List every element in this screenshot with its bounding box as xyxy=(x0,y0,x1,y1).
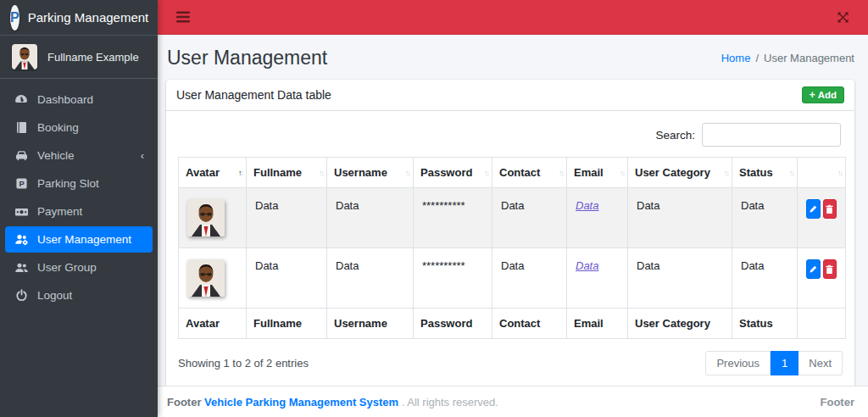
sidebar-item-user-group[interactable]: User Group xyxy=(5,254,153,281)
sort-icon: ↑↓ xyxy=(238,169,242,177)
app-logo-icon: P xyxy=(10,5,19,31)
users-icon xyxy=(14,262,29,274)
sidebar-item-dashboard[interactable]: Dashboard xyxy=(5,86,153,113)
sidebar-item-parking-slot[interactable]: P Parking Slot xyxy=(5,170,153,197)
user-fullname: Fullname Example xyxy=(47,51,139,64)
users-gear-icon xyxy=(14,233,29,246)
data-table-card: User Management Data table +Add Search: xyxy=(166,80,854,386)
main-area: User Management Home / User Management U… xyxy=(158,0,868,417)
table-footer-bar: Showing 1 to 2 of 2 entries Previous 1 N… xyxy=(178,351,843,375)
col-actions[interactable]: ↑↓ xyxy=(798,158,846,188)
email-link[interactable]: Data xyxy=(576,199,598,212)
pagination-previous[interactable]: Previous xyxy=(705,351,771,375)
sort-icon: ↑↓ xyxy=(484,169,488,177)
sort-icon: ↑↓ xyxy=(789,169,793,177)
cell-user-category: Data xyxy=(628,188,732,248)
col-fullname[interactable]: Fullname↑↓ xyxy=(247,158,327,188)
person-portrait-icon xyxy=(12,44,37,70)
email-link[interactable]: Data xyxy=(576,259,598,272)
breadcrumb-home-link[interactable]: Home xyxy=(721,52,751,64)
person-portrait-icon xyxy=(187,259,225,297)
user-panel[interactable]: Fullname Example xyxy=(0,36,158,79)
sidebar-item-logout[interactable]: Logout xyxy=(5,282,153,309)
sort-icon: ↑↓ xyxy=(405,169,409,177)
pencil-icon xyxy=(809,204,818,214)
col-username[interactable]: Username↑↓ xyxy=(327,158,414,188)
card-body: Search: Avatar↑↓ Fullname↑↓ Username↑↓ xyxy=(166,111,854,386)
col-password[interactable]: Password↑↓ xyxy=(414,158,492,188)
sort-icon: ↑↓ xyxy=(559,169,563,177)
cell-actions xyxy=(798,248,846,309)
book-icon xyxy=(14,121,29,134)
pencil-icon xyxy=(809,264,818,274)
cell-status: Data xyxy=(732,248,798,309)
search-input[interactable] xyxy=(702,123,841,147)
footer-col-email: Email xyxy=(567,309,628,339)
footer-col-password: Password xyxy=(414,309,492,339)
hamburger-icon xyxy=(176,11,190,23)
sidebar: P Parking Management Fullname Example xyxy=(0,0,158,417)
search-row: Search: xyxy=(178,123,841,147)
footer-right: Footer xyxy=(821,396,854,409)
sort-icon: ↑↓ xyxy=(319,169,323,177)
cell-email: Data xyxy=(567,248,628,309)
breadcrumb-separator: / xyxy=(755,52,759,64)
avatar-cell xyxy=(179,248,247,309)
col-contact[interactable]: Contact↑↓ xyxy=(492,158,567,188)
card-title: User Management Data table xyxy=(176,88,331,102)
cell-contact: Data xyxy=(492,248,567,309)
footer-prefix: Footer xyxy=(167,396,201,409)
brand-title: Parking Management xyxy=(28,10,149,25)
page-header: User Management Home / User Management xyxy=(158,35,868,78)
row-avatar xyxy=(187,199,225,236)
table-row: Data Data ********** Data Data Data Data xyxy=(179,248,846,309)
col-email[interactable]: Email↑↓ xyxy=(567,158,628,188)
page-footer: Footer Vehicle Parking Management System… xyxy=(158,386,868,417)
sort-icon: ↑↓ xyxy=(837,169,842,177)
sidebar-item-user-management[interactable]: User Management xyxy=(5,226,153,253)
plus-icon: + xyxy=(810,90,815,100)
cell-password: ********** xyxy=(414,188,492,248)
parking-sign-icon: P xyxy=(14,177,29,190)
car-icon xyxy=(14,149,29,162)
footer-col-avatar: Avatar xyxy=(179,309,247,339)
trash-icon xyxy=(825,204,834,214)
edit-button[interactable] xyxy=(806,259,821,279)
sidebar-item-vehicle[interactable]: Vehicle ‹ xyxy=(5,142,153,169)
table-header-row: Avatar↑↓ Fullname↑↓ Username↑↓ Password↑… xyxy=(179,158,846,188)
money-icon xyxy=(14,206,29,218)
sidebar-item-payment[interactable]: Payment xyxy=(5,198,153,225)
pagination-page-1[interactable]: 1 xyxy=(771,351,798,375)
sidebar-item-booking[interactable]: Booking xyxy=(5,114,153,141)
pagination-next[interactable]: Next xyxy=(798,351,843,375)
col-user-category[interactable]: User Category↑↓ xyxy=(628,158,732,188)
delete-button[interactable] xyxy=(823,259,837,279)
col-avatar[interactable]: Avatar↑↓ xyxy=(179,158,247,188)
top-navbar xyxy=(158,0,868,35)
svg-text:P: P xyxy=(19,180,24,188)
footer-system-link[interactable]: Vehicle Parking Management System xyxy=(204,396,398,409)
delete-button[interactable] xyxy=(823,199,837,219)
edit-button[interactable] xyxy=(806,199,821,219)
brand[interactable]: P Parking Management xyxy=(0,0,158,36)
search-label: Search: xyxy=(655,129,695,142)
user-table: Avatar↑↓ Fullname↑↓ Username↑↓ Password↑… xyxy=(178,157,846,339)
card-header: User Management Data table +Add xyxy=(166,80,854,111)
breadcrumb: Home / User Management xyxy=(721,52,854,64)
chevron-left-icon: ‹ xyxy=(141,150,144,161)
cell-fullname: Data xyxy=(247,188,327,248)
add-button[interactable]: +Add xyxy=(802,86,844,103)
cell-username: Data xyxy=(327,188,414,248)
breadcrumb-current: User Management xyxy=(764,52,854,64)
footer-col-status: Status xyxy=(732,309,798,339)
footer-left: Footer Vehicle Parking Management System… xyxy=(167,396,498,409)
footer-col-username: Username xyxy=(327,309,414,339)
trash-icon xyxy=(825,264,834,275)
cell-user-category: Data xyxy=(628,248,732,309)
col-status[interactable]: Status↑↓ xyxy=(732,158,798,188)
expand-arrows-icon xyxy=(837,11,849,24)
fullscreen-button[interactable] xyxy=(833,8,853,27)
hamburger-menu-button[interactable] xyxy=(173,8,193,26)
person-portrait-icon xyxy=(187,199,225,236)
avatar-cell xyxy=(179,188,247,248)
